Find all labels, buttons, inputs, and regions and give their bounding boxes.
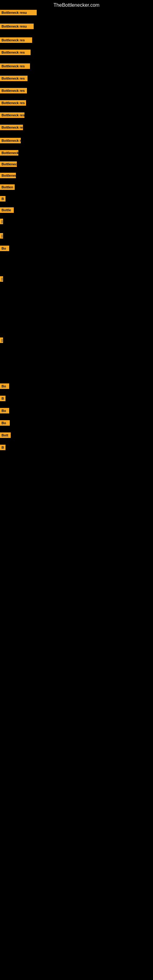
bar-label: Bottleneck res (0, 49, 30, 55)
bar-item: | (0, 232, 2, 239)
bar-label: | (0, 233, 3, 239)
bar-item: Bottleneck re (0, 137, 21, 144)
site-title: TheBottlenecker.com (0, 0, 153, 10)
bar-item: Bottleneck r (0, 150, 18, 156)
bar-item: | (0, 337, 2, 344)
bar-label: | (0, 337, 3, 343)
bar-item: Bo (0, 245, 9, 252)
bar-item: Bottlen (0, 184, 15, 191)
bar-item: Bottle (0, 207, 14, 213)
bar-label: Bott (0, 433, 11, 438)
bar-label: | (0, 276, 3, 282)
bar-label: B (0, 396, 5, 401)
bar-label: Bottle (0, 207, 14, 213)
bar-item: Bottleneck res (0, 124, 23, 131)
bar-label: Bottleneck r (0, 173, 16, 178)
bar-label: Bottleneck res (0, 64, 30, 69)
bar-item: Bo (0, 420, 10, 426)
bar-item: Bottleneck resu (0, 9, 37, 16)
bar-item: B (0, 444, 5, 451)
bar-label: Bottleneck res (0, 112, 24, 118)
bar-label: Bottleneck resu (0, 24, 33, 29)
bar-label: Bottleneck re (0, 138, 21, 143)
bar-item: | (0, 218, 2, 225)
bar-label: Bottlen (0, 185, 15, 190)
bar-label: Bottleneck res (0, 88, 27, 94)
bar-item: Bottleneck res (0, 63, 30, 70)
bar-item: Bo (0, 383, 9, 390)
bar-item: Bottleneck res (0, 100, 26, 106)
bar-item: Bottleneck r (0, 161, 17, 167)
bar-label: | (0, 219, 3, 224)
bar-item: Bottleneck r (0, 172, 16, 179)
bar-item: B (0, 395, 5, 402)
bar-label: Bottleneck resu (0, 10, 37, 15)
bar-item: Bo (0, 407, 9, 414)
bar-label: Bottleneck res (0, 100, 26, 106)
bar-label: Bo (0, 246, 9, 251)
bar-label: Bottleneck res (0, 125, 23, 130)
bar-label: Bottleneck res (0, 76, 27, 81)
bar-label: Bo (0, 420, 10, 426)
bar-label: Bo (0, 408, 9, 414)
bar-label: Bo (0, 383, 9, 389)
bar-item: | (0, 275, 2, 282)
bar-label: Bottleneck r (0, 150, 18, 156)
bar-item: B (0, 196, 5, 202)
bar-label: Bottleneck res (0, 37, 32, 43)
bar-item: Bott (0, 432, 11, 439)
bar-item: Bottleneck res (0, 87, 27, 94)
bar-item: Bottleneck res (0, 49, 30, 56)
bar-label: B (0, 445, 5, 450)
bar-item: Bottleneck res (0, 75, 27, 82)
bar-label: Bottleneck r (0, 161, 17, 167)
bar-item: Bottleneck resu (0, 23, 33, 30)
bar-item: Bottleneck res (0, 37, 32, 43)
bar-label: B (0, 196, 5, 202)
bar-item: Bottleneck res (0, 112, 24, 119)
